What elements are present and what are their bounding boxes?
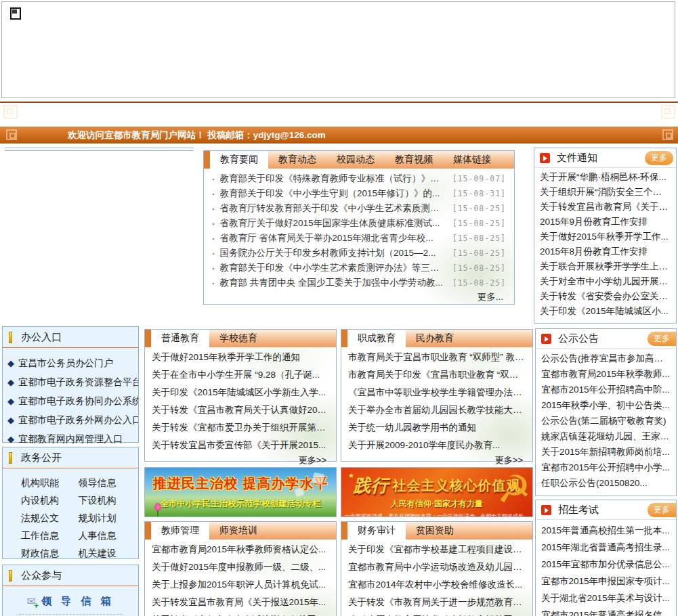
article-link[interactable]: 关于在全市中小学生开展 “9.28（孔子诞...: [152, 366, 329, 384]
article-link[interactable]: 关于做好2015年秋季开学工作的通知: [152, 349, 329, 366]
article-link[interactable]: 宜都市教育局中小学运动场改造及幼儿园维修...: [348, 558, 526, 576]
tab-finance-audit[interactable]: 财务审计: [347, 522, 406, 540]
notice-link[interactable]: 宜都市2015年申报国家专项计...: [541, 573, 671, 590]
notice-link[interactable]: 宜都市2015年普通高考报名信...: [541, 607, 671, 616]
tab-campus-trends[interactable]: 校园动态: [326, 151, 385, 169]
tab-teacher-training[interactable]: 师资培训: [209, 522, 268, 540]
office-link[interactable]: 宜昌市公务员办公门户: [7, 353, 138, 372]
gov-link[interactable]: 内设机构: [21, 491, 79, 509]
nav-item-convenience[interactable]: 便民服务: [310, 108, 379, 120]
notice-link[interactable]: 公示公告(第二届杨守敬教育奖): [541, 413, 671, 428]
article-link[interactable]: 关于转发宜昌市教育局《关于报送2015年...: [152, 594, 329, 611]
article-link[interactable]: 市教育局关于宜昌市职业教育 “双师型” 教师...: [348, 349, 526, 366]
tab-vocational-edu[interactable]: 职成教育: [347, 330, 406, 347]
article-link[interactable]: 关于印发《宜都市学校基建工程项目建设管理...: [348, 541, 526, 558]
tab-poverty-aid[interactable]: 贫困资助: [406, 522, 464, 540]
notice-link[interactable]: 姚家店镇莲花堰幼儿园、王家畈镇...: [541, 428, 671, 444]
tab-edu-trends[interactable]: 教育动态: [268, 151, 326, 169]
notice-link[interactable]: 关于开展“华鹏·梧桐邑杯-环保...: [540, 170, 671, 185]
gov-link[interactable]: 财政信息: [21, 544, 79, 562]
article-link[interactable]: 关于转发《宜昌市教育局关于认真做好201...: [152, 401, 329, 419]
file-notice-more-button[interactable]: 更多: [645, 151, 673, 165]
article-link[interactable]: 关于印发《2015年陆城城区小学新生入学...: [152, 384, 329, 401]
news-link[interactable]: 国务院办公厅关于印发乡村教师支持计划（2015—2...: [220, 247, 447, 259]
gov-link[interactable]: 领导信息: [79, 474, 136, 491]
nav-item-gov-open[interactable]: 政务公开: [103, 108, 172, 120]
nav-item-resources[interactable]: 教学资源: [517, 108, 587, 120]
notice-link[interactable]: 2015年8月份教育工作安排: [540, 244, 671, 259]
nav-item-special[interactable]: 专题专栏: [379, 108, 448, 120]
notice-link[interactable]: 2015年湖北省普通高考招生录...: [541, 539, 671, 556]
article-link[interactable]: 关于转发《宜都市爱卫办关于组织开展第28...: [152, 419, 329, 437]
office-link[interactable]: 宜都市电子政务资源整合平台: [7, 372, 138, 391]
news-more-link[interactable]: 更多...: [204, 290, 514, 303]
gov-link[interactable]: 机构职能: [21, 474, 79, 491]
article-link[interactable]: 宜都市教育局2015年秋季教师资格认定公...: [152, 541, 329, 558]
general-edu-more-link[interactable]: 更多>>: [145, 454, 336, 466]
gov-link[interactable]: 下设机构: [79, 491, 136, 509]
tab-media-links[interactable]: 媒体链接: [443, 151, 501, 169]
nav-item-home[interactable]: 网站首页: [34, 108, 103, 120]
news-link[interactable]: 教育部关于印发《特殊教育教师专业标准（试行）》的通...: [220, 173, 447, 185]
office-link[interactable]: 宜都市电子政务协同办公系统: [7, 391, 138, 410]
notice-link[interactable]: 关于对全市中小学幼儿园开展安全...: [540, 274, 671, 289]
nav-item-research[interactable]: 教育科研: [448, 108, 517, 120]
enrollment-more-button[interactable]: 更多: [648, 503, 676, 517]
notice-link[interactable]: 宜都市2015年公开招聘高中阶...: [541, 382, 671, 397]
news-link[interactable]: 省教育厅转发教育部关于印发《中小学生艺术素质测评办...: [220, 202, 447, 215]
notice-link[interactable]: 宜都市2015年公开招聘中小学...: [541, 460, 671, 475]
notice-link[interactable]: 公示公告(推荐宜昌市参加高级教...: [541, 351, 671, 366]
article-link[interactable]: 宜都市2014年农村中小学校舍维修改造长...: [348, 576, 526, 594]
notice-link[interactable]: 宜都市教育局2015年秋季教师...: [541, 366, 671, 382]
article-link[interactable]: 关于做好2015年度申报教师一级、二级、...: [152, 558, 329, 576]
news-link[interactable]: 教育部关于印发《中小学生守则（2015年修订）》的...: [220, 188, 447, 200]
article-link[interactable]: 关于统一幼儿园教学用书的通知: [348, 419, 526, 437]
article-link[interactable]: 关于转发《市教育局关于进一步规范教育收费...: [348, 594, 526, 611]
news-link[interactable]: 省教育厅 省体育局关于举办2015年湖北省青少年校...: [220, 232, 447, 244]
office-link[interactable]: 宜都市电子政务外网办公入口: [7, 410, 138, 429]
tab-general-edu[interactable]: 普通教育: [151, 330, 209, 347]
article-link[interactable]: 关于举办全市首届幼儿园园长教学技能大赛活...: [348, 401, 526, 419]
office-link[interactable]: 宜都教育网内网管理入口: [7, 429, 138, 448]
article-link[interactable]: 关于开展2009-2010学年度民办教育...: [348, 437, 526, 454]
notice-link[interactable]: 关于做好2015年秋季开学工作...: [540, 229, 671, 244]
gov-link[interactable]: 法规公文: [21, 509, 79, 527]
tab-school-moral-edu[interactable]: 学校德育: [209, 330, 268, 347]
notice-link[interactable]: 关于转发宜昌市教育局《关于认真...: [540, 200, 671, 215]
nav-item-gov-service[interactable]: 政务服务: [172, 108, 241, 120]
notice-link[interactable]: 关于转发《省安委会办公室关于深...: [540, 289, 671, 304]
notice-link[interactable]: 关于2015年新招聘教师岗前培...: [541, 444, 671, 460]
notice-link[interactable]: 关于湖北省2015年美术与设计...: [541, 590, 671, 607]
notice-link[interactable]: 2015年9月份教育工作安排: [540, 215, 671, 229]
news-link[interactable]: 教育部 共青团中央 全国少工委关于加强中小学劳动教...: [220, 277, 447, 289]
tab-teacher-mgmt[interactable]: 教师管理: [151, 522, 209, 540]
vocational-edu-more-link[interactable]: 更多>>: [341, 454, 532, 466]
article-link[interactable]: 《宜昌市中等职业学校学生学籍管理办法》（...: [348, 384, 526, 401]
article-link[interactable]: 关于转发宜昌市委宣传部《关于开展2015...: [152, 437, 329, 454]
notice-link[interactable]: 2015年普通高校招生第一批本...: [541, 522, 671, 539]
article-link[interactable]: 省财政厅省教育厅转发财政部教育部关于印发...: [348, 611, 526, 616]
notice-link[interactable]: 关于联合开展秋季开学学生上下学...: [540, 259, 671, 274]
notice-link[interactable]: 任职公示公告(20150820...: [541, 475, 671, 491]
news-link[interactable]: 教育部关于印发《中小学生艺术素质测评办法》等三个文...: [220, 262, 447, 274]
gov-link[interactable]: 人事信息: [79, 527, 136, 544]
gov-link[interactable]: 机关建设: [79, 544, 136, 562]
article-link[interactable]: 市教育局关于印发《宜昌市职业教育 “双师型...: [348, 366, 526, 384]
article-link[interactable]: 关于转发《宜都市人事考试培训中心关于20...: [152, 611, 329, 616]
gov-link[interactable]: 规划计划: [79, 509, 136, 527]
tab-edu-headlines[interactable]: 教育要闻: [210, 151, 268, 169]
leader-mailbox-link[interactable]: ✉ 领 导 信 箱: [3, 590, 138, 612]
notice-link[interactable]: 关于组织开展“消防安全三个一”...: [540, 185, 671, 200]
nav-item-participation[interactable]: 公众参与: [241, 108, 310, 120]
tab-edu-video[interactable]: 教育视频: [385, 151, 443, 169]
core-values-banner[interactable]: ☭ ★ ★ 践行 社会主义核心价值观 人民有信仰·国家才有力量 一个国家的强盛，…: [341, 467, 533, 517]
notice-link[interactable]: 2015年秋季小学、初中公告类...: [541, 397, 671, 413]
notice-link[interactable]: 关于印发《2015年陆城城区小...: [540, 304, 671, 319]
article-link[interactable]: 关于上报参加2015年职评人员计算机免试...: [152, 576, 329, 594]
notice-link[interactable]: 2015年宜都市加分优录信息公...: [541, 556, 671, 573]
notice-board-more-button[interactable]: 更多: [648, 332, 676, 346]
democracy-campaign-banner[interactable]: 推进民主治校 提高办学水平 全市中小学民主治校示范学校创建活动专栏: [144, 467, 337, 517]
news-link[interactable]: 省教育厅关于做好2015年国家学生体质健康标准测试...: [220, 217, 447, 229]
tab-private-edu[interactable]: 民办教育: [406, 330, 464, 347]
gov-link[interactable]: 工作信息: [21, 527, 79, 544]
